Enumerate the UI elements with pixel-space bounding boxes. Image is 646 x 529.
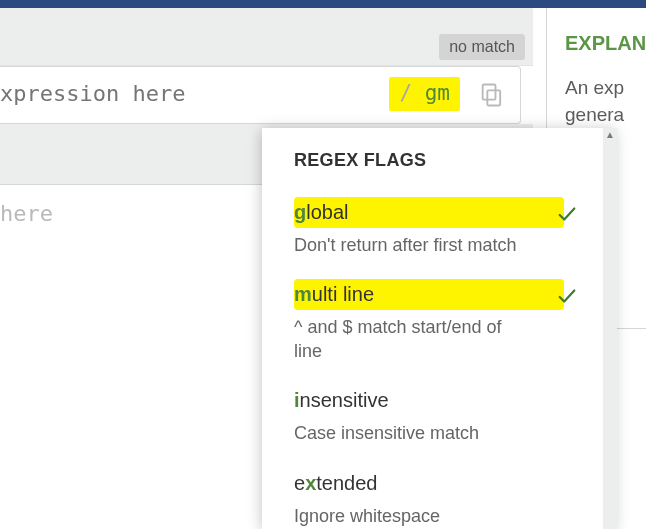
check-icon: [556, 285, 578, 307]
flag-item-x[interactable]: extendedIgnore whitespace: [294, 468, 586, 528]
expression-header: no match: [0, 8, 533, 66]
test-placeholder: here: [0, 201, 53, 226]
flag-item-m[interactable]: multi line^ and $ match start/end of lin…: [294, 279, 586, 363]
check-icon: [556, 203, 578, 225]
expression-row: / gm: [0, 66, 521, 124]
flag-description: Ignore whitespace: [294, 505, 524, 528]
flag-description: Case insensitive match: [294, 422, 524, 445]
flag-rest: nsensitive: [300, 389, 389, 411]
flag-description: Don't return after first match: [294, 234, 524, 257]
flag-rest: tended: [316, 472, 377, 494]
popup-title: REGEX FLAGS: [262, 128, 614, 197]
top-bar: [0, 0, 646, 8]
flags-delimiter: /: [399, 81, 412, 105]
explanation-text-2: genera: [565, 102, 646, 129]
flag-letter: g: [294, 201, 306, 223]
flag-prefix: e: [294, 472, 305, 494]
svg-rect-1: [483, 85, 496, 100]
flag-rest: lobal: [306, 201, 348, 223]
scroll-up-arrow-icon[interactable]: ▲: [603, 128, 617, 142]
flag-rest: ulti line: [312, 283, 374, 305]
expression-input[interactable]: [0, 81, 380, 106]
flag-letter: x: [305, 472, 316, 494]
match-status-badge: no match: [439, 34, 525, 60]
flag-label: insensitive: [294, 385, 564, 416]
flag-description: ^ and $ match start/end of line: [294, 316, 524, 363]
flags-text: gm: [412, 81, 450, 105]
explanation-heading: EXPLAN: [565, 32, 646, 55]
flags-display[interactable]: / gm: [389, 77, 460, 111]
flag-label: global: [294, 197, 564, 228]
popup-body: globalDon't return after first matchmult…: [262, 197, 614, 528]
flag-item-g[interactable]: globalDon't return after first match: [294, 197, 586, 257]
flag-label: multi line: [294, 279, 564, 310]
explanation-text-1: An exp: [565, 75, 646, 102]
flag-letter: m: [294, 283, 312, 305]
regex-flags-popup: ▲ REGEX FLAGS globalDon't return after f…: [262, 128, 614, 529]
flag-label: extended: [294, 468, 564, 499]
svg-rect-0: [487, 90, 500, 105]
copy-icon[interactable]: [478, 81, 506, 109]
flag-item-i[interactable]: insensitiveCase insensitive match: [294, 385, 586, 445]
